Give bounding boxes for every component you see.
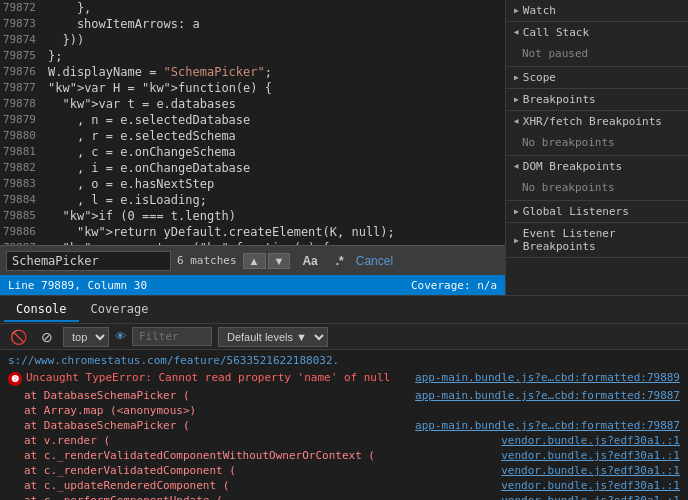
stack-line-text: at DatabaseSchemaPicker (: [24, 389, 190, 402]
line-number: 79876: [0, 64, 44, 80]
search-input[interactable]: [6, 251, 171, 271]
panel-header-event-listeners[interactable]: ▶Event Listener Breakpoints: [506, 223, 688, 257]
code-line: 79877"kw">var H = "kw">function(e) {: [0, 80, 505, 96]
panel-section-label: Watch: [523, 4, 556, 17]
chevron-icon: ▼: [512, 30, 521, 35]
panel-section-label: Global Listeners: [523, 205, 629, 218]
tab-console[interactable]: Console: [4, 298, 79, 322]
coverage-status: Coverage: n/a: [411, 279, 497, 292]
stack-line: at c._updateRenderedComponent (vendor.bu…: [8, 478, 680, 493]
clear-console-button[interactable]: 🚫: [6, 327, 31, 347]
eye-icon[interactable]: 👁: [115, 330, 126, 343]
panel-section-label: Scope: [523, 71, 556, 84]
stack-line-text: at c._renderValidatedComponent (: [24, 464, 236, 477]
search-bar: 6 matches ▲ ▼ Aa .* Cancel: [0, 245, 505, 275]
stack-line-text: at c._performComponentUpdate (: [24, 494, 223, 500]
panel-header-dom-breakpoints[interactable]: ▼DOM Breakpoints: [506, 156, 688, 177]
panel-section-event-listeners: ▶Event Listener Breakpoints: [506, 223, 688, 258]
code-line: 79881 , c = e.onChangeSchema: [0, 144, 505, 160]
code-line: 79880 , r = e.selectedSchema: [0, 128, 505, 144]
line-content: })): [44, 32, 505, 48]
line-number: 79885: [0, 208, 44, 224]
console-filter-button[interactable]: ⊘: [37, 327, 57, 347]
error-main-line: ❷ Uncaught TypeError: Cannot read proper…: [8, 371, 680, 386]
error-file-link[interactable]: app-main.bundle.js?e…cbd:formatted:79889: [415, 371, 680, 384]
code-line: 79876W.displayName = "SchemaPicker";: [0, 64, 505, 80]
stack-line-link[interactable]: vendor.bundle.js?edf30a1.:1: [501, 479, 680, 492]
stack-line-text: at DatabaseSchemaPicker (: [24, 419, 190, 432]
stack-line-link[interactable]: app-main.bundle.js?e…cbd:formatted:79887: [415, 419, 680, 432]
line-number: 79883: [0, 176, 44, 192]
error-icon: ❷: [8, 372, 22, 386]
log-levels-select[interactable]: Default levels ▼: [218, 327, 328, 347]
stack-line-link[interactable]: vendor.bundle.js?edf30a1.:1: [501, 494, 680, 500]
code-lines: 79872 },79873 showItemArrows: a79874 }))…: [0, 0, 505, 245]
bottom-tabs: ConsoleCoverage: [0, 296, 688, 324]
chevron-icon: ▼: [512, 119, 521, 124]
search-nav: ▲ ▼: [243, 253, 291, 269]
right-panel: ▶Watch▼Call StackNot paused▶Scope▶Breakp…: [505, 0, 688, 295]
search-cancel-button[interactable]: Cancel: [356, 254, 393, 268]
tab-coverage[interactable]: Coverage: [79, 298, 161, 322]
stack-line: at DatabaseSchemaPicker (app-main.bundle…: [8, 388, 680, 403]
panel-header-call-stack[interactable]: ▼Call Stack: [506, 22, 688, 43]
stack-line: at v.render (vendor.bundle.js?edf30a1.:1: [8, 433, 680, 448]
context-select[interactable]: top: [63, 327, 109, 347]
code-line: 79886 "kw">return yDefault.createElement…: [0, 224, 505, 240]
panel-header-global-listeners[interactable]: ▶Global Listeners: [506, 201, 688, 222]
chevron-icon: ▼: [512, 164, 521, 169]
main-area: 79872 },79873 showItemArrows: a79874 }))…: [0, 0, 688, 295]
line-content: , i = e.onChangeDatabase: [44, 160, 505, 176]
line-number: 79880: [0, 128, 44, 144]
line-number: 79875: [0, 48, 44, 64]
console-url[interactable]: s://www.chromestatus.com/feature/5633521…: [8, 354, 680, 367]
line-number: 79874: [0, 32, 44, 48]
search-next-button[interactable]: ▼: [268, 253, 291, 269]
line-content: showItemArrows: a: [44, 16, 505, 32]
filter-input[interactable]: [132, 327, 212, 346]
console-content: s://www.chromestatus.com/feature/5633521…: [0, 350, 688, 500]
panel-section-label: Breakpoints: [523, 93, 596, 106]
stack-line-link[interactable]: vendor.bundle.js?edf30a1.:1: [501, 434, 680, 447]
line-number: 79881: [0, 144, 44, 160]
panel-section-call-stack: ▼Call StackNot paused: [506, 22, 688, 67]
line-number: 79879: [0, 112, 44, 128]
chevron-icon: ▶: [514, 6, 519, 15]
status-bar: Line 79889, Column 30 Coverage: n/a: [0, 275, 505, 295]
code-line: 79878 "kw">var t = e.databases: [0, 96, 505, 112]
panel-header-scope[interactable]: ▶Scope: [506, 67, 688, 88]
stack-line-link[interactable]: app-main.bundle.js?e…cbd:formatted:79887: [415, 389, 680, 402]
bottom-area: ConsoleCoverage 🚫 ⊘ top 👁 Default levels…: [0, 295, 688, 500]
line-content: , o = e.hasNextStep: [44, 176, 505, 192]
panel-header-xhr-breakpoints[interactable]: ▼XHR/fetch Breakpoints: [506, 111, 688, 132]
search-regex-button[interactable]: .*: [330, 252, 350, 270]
code-line: 79873 showItemArrows: a: [0, 16, 505, 32]
chevron-icon: ▶: [514, 236, 519, 245]
line-number: 79872: [0, 0, 44, 16]
panel-section-watch: ▶Watch: [506, 0, 688, 22]
code-line: 79883 , o = e.hasNextStep: [0, 176, 505, 192]
panel-section-scope: ▶Scope: [506, 67, 688, 89]
code-panel: 79872 },79873 showItemArrows: a79874 }))…: [0, 0, 505, 295]
stack-line-text: at c._updateRenderedComponent (: [24, 479, 229, 492]
line-number: 79878: [0, 96, 44, 112]
line-content: },: [44, 0, 505, 16]
search-matches: 6 matches: [177, 254, 237, 267]
line-number: 79884: [0, 192, 44, 208]
code-line: 79875};: [0, 48, 505, 64]
panel-section-global-listeners: ▶Global Listeners: [506, 201, 688, 223]
panel-section-xhr-breakpoints: ▼XHR/fetch BreakpointsNo breakpoints: [506, 111, 688, 156]
search-case-button[interactable]: Aa: [296, 252, 323, 270]
chevron-icon: ▶: [514, 207, 519, 216]
panel-header-watch[interactable]: ▶Watch: [506, 0, 688, 21]
code-line: 79882 , i = e.onChangeDatabase: [0, 160, 505, 176]
stack-line-link[interactable]: vendor.bundle.js?edf30a1.:1: [501, 464, 680, 477]
code-line: 79874 })): [0, 32, 505, 48]
line-number: 79873: [0, 16, 44, 32]
line-number: 79886: [0, 224, 44, 240]
search-prev-button[interactable]: ▲: [243, 253, 266, 269]
stack-line-text: at v.render (: [24, 434, 110, 447]
panel-section-breakpoints: ▶Breakpoints: [506, 89, 688, 111]
panel-header-breakpoints[interactable]: ▶Breakpoints: [506, 89, 688, 110]
stack-line-link[interactable]: vendor.bundle.js?edf30a1.:1: [501, 449, 680, 462]
